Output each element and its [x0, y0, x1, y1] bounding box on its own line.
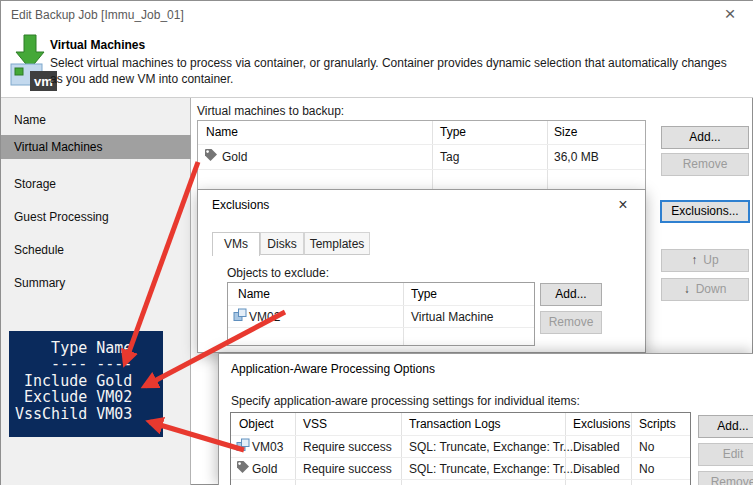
row-object: VM03 [252, 440, 283, 454]
up-label: Up [703, 253, 718, 267]
app-col-scripts[interactable]: Scripts [639, 417, 676, 431]
row-vss: Require success [303, 462, 392, 476]
column-divider [403, 283, 404, 345]
exclusions-dialog-title: Exclusions [212, 198, 269, 212]
remove-button[interactable]: Remove [661, 153, 749, 176]
powershell-console-overlay: Type Name ---- ---- Include Gold Exclude… [9, 331, 163, 437]
vms-col-name[interactable]: Name [206, 125, 238, 139]
excluded-vm-type: Virtual Machine [411, 310, 494, 324]
app-aware-dialog: Application-Aware Processing Options Spe… [218, 353, 753, 485]
sidebar-item-summary[interactable]: Summary [1, 271, 191, 295]
title-bar: Edit Backup Job [Immu_Job_01] × [1, 1, 753, 29]
step-title: Virtual Machines [50, 38, 145, 52]
row-scripts: No [639, 440, 654, 454]
app-col-object[interactable]: Object [239, 417, 274, 431]
console-line-dashes: ---- ---- [15, 356, 163, 372]
column-divider [401, 413, 402, 485]
tag-icon [236, 460, 250, 474]
vm-icon [233, 308, 247, 322]
vms-table[interactable]: Name Type Size Gold Tag 36,0 MB [197, 120, 646, 190]
row-divider [198, 169, 645, 170]
app-aware-dialog-title: Application-Aware Processing Options [231, 362, 435, 376]
console-line-vsschild-vm03: VssChild VM03 [15, 406, 163, 422]
row-scripts: No [639, 462, 654, 476]
exclusions-button[interactable]: Exclusions... [660, 200, 750, 223]
vms-col-size[interactable]: Size [554, 125, 577, 139]
row-divider [228, 327, 534, 328]
sidebar-item-storage[interactable]: Storage [1, 172, 191, 196]
app-edit-button[interactable]: Edit [698, 443, 753, 466]
app-col-vss[interactable]: VSS [303, 417, 327, 431]
row-logs: SQL: Truncate, Exchange: Tr... [409, 440, 573, 454]
app-remove-button[interactable]: Remove [698, 471, 753, 485]
vms-col-type[interactable]: Type [440, 125, 466, 139]
exclusions-dialog: Exclusions × VMs Disks Templates Objects… [197, 189, 646, 353]
edit-backup-job-window: Edit Backup Job [Immu_Job_01] × vm Virtu… [0, 0, 753, 485]
row-divider [231, 479, 690, 480]
down-button[interactable]: ↓Down [661, 278, 749, 301]
tab-disks[interactable]: Disks [260, 232, 304, 255]
vm-size: 36,0 MB [554, 150, 599, 164]
console-line-exclude-vm02: Exclude VM02 [15, 389, 163, 405]
column-divider [631, 413, 632, 485]
exclusions-table[interactable]: Name Type VM02 Virtual Machine [227, 282, 535, 346]
app-col-transaction-logs[interactable]: Transaction Logs [409, 417, 501, 431]
sidebar-item-schedule[interactable]: Schedule [1, 238, 191, 262]
sidebar-item-virtual-machines[interactable]: Virtual Machines [1, 135, 191, 159]
up-button[interactable]: ↑Up [661, 249, 749, 272]
row-divider [198, 144, 645, 145]
app-aware-label: Specify application-aware processing set… [231, 394, 580, 408]
row-logs: SQL: Truncate, Exchange: Tr... [409, 462, 573, 476]
sidebar-item-guest-processing[interactable]: Guest Processing [1, 205, 191, 229]
add-button[interactable]: Add... [661, 126, 749, 149]
vms-to-backup-label: Virtual machines to backup: [197, 104, 344, 118]
step-description-line1: Select virtual machines to process via c… [50, 56, 727, 70]
row-exclusions: Disabled [573, 440, 620, 454]
exclusions-remove-button[interactable]: Remove [540, 311, 602, 334]
step-description-line2: as you add new VM into container. [50, 72, 233, 86]
down-arrow-icon: ↓ [684, 282, 690, 296]
sidebar-item-name[interactable]: Name [1, 108, 191, 132]
up-arrow-icon: ↑ [691, 253, 697, 267]
objects-to-exclude-label: Objects to exclude: [227, 266, 329, 280]
close-icon[interactable]: × [709, 1, 751, 29]
excl-col-type[interactable]: Type [411, 287, 437, 301]
exclusions-add-button[interactable]: Add... [540, 283, 602, 306]
column-divider [432, 121, 433, 189]
row-divider [228, 305, 534, 306]
row-divider [231, 435, 690, 436]
row-vss: Require success [303, 440, 392, 454]
tab-vms[interactable]: VMs [212, 232, 260, 256]
row-divider [231, 457, 690, 458]
app-add-button[interactable]: Add... [698, 415, 753, 438]
app-aware-table[interactable]: Object VSS Transaction Logs Exclusions S… [230, 412, 691, 485]
row-exclusions: Disabled [573, 462, 620, 476]
app-col-exclusions[interactable]: Exclusions [573, 417, 630, 431]
vm-icon [236, 438, 250, 452]
close-icon[interactable]: × [611, 194, 635, 216]
vm-type: Tag [440, 150, 459, 164]
tag-icon [204, 148, 218, 162]
vm-name: Gold [222, 150, 247, 164]
console-line-header: Type Name [15, 340, 163, 356]
excl-col-name[interactable]: Name [238, 287, 270, 301]
tab-templates[interactable]: Templates [304, 232, 370, 255]
window-title: Edit Backup Job [Immu_Job_01] [11, 1, 184, 29]
console-line-include-gold: Include Gold [15, 373, 163, 389]
row-object: Gold [252, 462, 277, 476]
down-label: Down [696, 282, 727, 296]
excluded-vm-name: VM02 [249, 310, 280, 324]
column-divider [547, 121, 548, 189]
wizard-header: vm Virtual Machines Select virtual machi… [1, 29, 753, 98]
column-divider [295, 413, 296, 485]
